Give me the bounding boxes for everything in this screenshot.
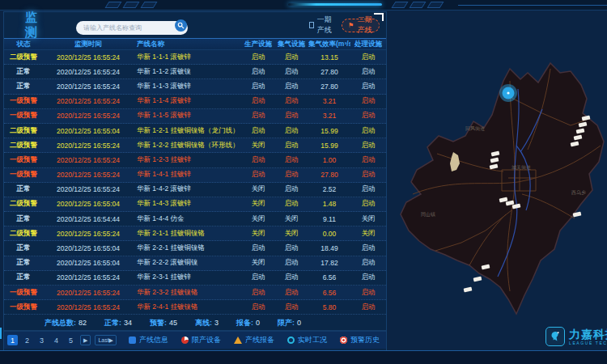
table-row[interactable]: 一级预警2020/12/25 16:55:24华新 2-3-2 挂镀镍铬启动启动… [4,286,386,300]
alert-marker[interactable] [499,84,517,102]
action-limit[interactable]: 限产设备 [181,335,221,345]
time-cell: 2020/12/25 16:54:44 [43,215,134,223]
action-report[interactable]: 产线报备 [234,335,274,345]
action-info[interactable]: 产线信息 [129,335,168,345]
rate-cell: 27.80 [308,171,350,179]
summary-bar: 产线总数:82正常:34预警:45离线:3报备:0限产:0 [4,315,386,331]
rate-cell: 15.99 [308,127,350,135]
table-row[interactable]: 一级预警2020/12/25 16:55:24华新 1-4-1 挂镀锌启动启动2… [4,168,386,183]
table-row[interactable]: 正常2020/12/25 16:55:24华新 1-4-2 滚镀锌关闭启动2.5… [4,183,386,197]
time-cell: 2020/12/25 16:55:24 [43,112,134,120]
table-header: 状态监测时间产线名称生产设施集气设施集气效率(m³/s)处理设施 [4,38,386,50]
site-marker[interactable] [464,287,473,293]
page-button-4[interactable]: 4 [51,335,62,345]
action-realtime[interactable]: 实时工况 [287,335,327,345]
table-row[interactable]: 正常2020/12/25 16:55:24华新 1-1-3 滚镀锌启动启动27.… [4,79,386,94]
decor-glow-line [288,3,382,6]
action-label: 产线信息 [139,335,168,345]
next-page-button[interactable]: ▶ [80,335,91,345]
status-cell: 正常 [4,273,43,282]
treatment-cell: 关闭 [350,229,386,239]
rate-cell: 27.80 [308,83,350,91]
summary-item: 限产:0 [278,318,301,328]
rate-cell: 27.80 [308,68,350,76]
time-cell: 2020/12/25 16:55:04 [43,244,134,252]
district-map: 回风街道城关街道西乌乡同山镇 [388,49,607,315]
realtime-icon [287,336,295,344]
gas-cell: 启动 [274,82,308,91]
table-row[interactable]: 一级预警2020/12/25 16:55:24华新 1-2-3 挂镀锌启动启动1… [4,153,386,167]
top-decor-bar [0,0,607,11]
line-name-cell: 华新 1-4-1 挂镀锌 [134,170,242,180]
page-button-2[interactable]: 2 [22,335,32,345]
search-icon[interactable] [175,19,187,32]
page-button-3[interactable]: 3 [36,335,47,345]
production-cell: 关闭 [242,258,274,268]
table-row[interactable]: 正常2020/12/25 16:55:04华新 2-2-1 挂镀铜镍铬启动启动1… [4,241,386,256]
table-row[interactable]: 二级预警2020/12/25 16:55:04华新 1-4-3 滚镀锌关闭启动1… [4,197,386,212]
line-name-cell: 华新 2-2-1 挂镀铜镍铬 [134,243,242,253]
table-row[interactable]: 一级预警2020/12/25 16:55:24华新 1-1-5 滚镀锌启动启动3… [4,109,386,124]
rate-cell: 3.21 [308,112,350,120]
map-panel[interactable]: 回风街道城关街道西乌乡同山镇 [388,49,607,315]
treatment-cell: 启动 [350,82,386,91]
last-page-button[interactable]: Last▶ [95,335,117,345]
treatment-cell: 启动 [350,184,386,194]
table-row[interactable]: 正常2020/12/25 16:55:04华新 2-2-2 滚镀铜镍关闭启动17… [4,256,386,271]
treatment-cell: 启动 [350,258,386,268]
rate-cell: 2.52 [308,185,350,193]
table-row[interactable]: 正常2020/12/25 16:55:24华新 2-3-1 挂镀锌启动启动6.5… [4,271,386,286]
column-header: 处理设施 [350,40,386,49]
table-row[interactable]: 一级预警2020/12/25 16:55:24华新 1-1-4 滚镀锌启动启动3… [4,95,386,109]
site-marker[interactable] [473,277,482,282]
column-header: 集气设施 [274,40,308,49]
brand-text: 力嘉科技 LEAGUE TECH [569,328,607,345]
production-cell: 启动 [242,243,274,253]
table-row[interactable]: 二级预警2020/12/25 16:55:24华新 1-2-2 挂镀铜镍铬（环形… [4,138,386,153]
table-row[interactable]: 二级预警2020/12/25 16:55:24华新 2-1-1 挂镀铜镍铬关闭关… [4,226,386,241]
limit-icon [181,336,189,344]
line-name-cell: 华新 2-4-1 挂镀镍铬 [134,303,242,312]
checkbox-icon [309,22,314,28]
treatment-cell: 启动 [350,126,386,136]
table-row[interactable]: 二级预警2020/12/25 16:55:04华新 1-2-1 挂镀铜镍铬（龙门… [4,124,386,138]
action-label: 产线报备 [245,335,274,345]
line-name-cell: 华新 1-1-3 滚镀锌 [134,82,242,91]
production-cell: 启动 [242,126,274,136]
table-row[interactable]: 一级预警2020/12/25 16:55:24华新 2-4-1 挂镀镍铬启动启动… [4,300,386,315]
action-history[interactable]: 预警历史 [340,335,380,345]
status-cell: 二级预警 [4,53,43,62]
time-cell: 2020/12/25 16:55:24 [43,97,134,105]
table-row[interactable]: 正常2020/12/25 16:54:44华新 1-4-4 仿金关闭关闭9.11… [4,212,386,226]
brand-icon [545,327,565,346]
column-header: 集气效率(m³/s) [308,40,350,49]
production-cell: 关闭 [242,214,274,224]
panel-header: 监 测 一期产线 ⚑ 二期产线 [4,12,386,38]
treatment-cell: 启动 [350,170,386,180]
gas-cell: 启动 [274,53,308,62]
search-input[interactable] [76,21,188,35]
time-cell: 2020/12/25 16:55:24 [43,303,134,311]
table-row[interactable]: 二级预警2020/12/25 16:55:24华新 1-1-1 滚镀锌启动启动1… [4,50,386,65]
line-name-cell: 华新 1-1-4 滚镀锌 [134,96,242,106]
time-cell: 2020/12/25 16:55:24 [43,68,134,76]
production-cell: 启动 [242,303,274,312]
table-row[interactable]: 正常2020/12/25 16:55:24华新 1-1-2 滚镀镍启动启动27.… [4,65,386,79]
status-cell: 二级预警 [4,141,43,150]
page-button-1[interactable]: 1 [7,335,18,345]
gas-cell: 关闭 [274,214,308,224]
treatment-cell: 启动 [350,243,386,253]
treatment-cell: 启动 [350,155,386,165]
action-buttons: 产线信息限产设备产线报备实时工况预警历史 [129,335,380,345]
page-button-5[interactable]: 5 [66,335,76,345]
treatment-cell: 启动 [350,67,386,77]
column-header: 产线名称 [134,40,242,49]
map-place-label: 回风街道 [465,126,485,132]
gas-cell: 启动 [274,155,308,165]
time-cell: 2020/12/25 16:55:24 [43,83,134,91]
line-name-cell: 华新 2-1-1 挂镀铜镍铬 [134,229,242,239]
production-cell: 启动 [242,170,274,180]
time-cell: 2020/12/25 16:55:24 [43,230,134,238]
phase1-checkbox[interactable]: 一期产线 [309,15,335,36]
status-cell: 二级预警 [4,126,43,136]
